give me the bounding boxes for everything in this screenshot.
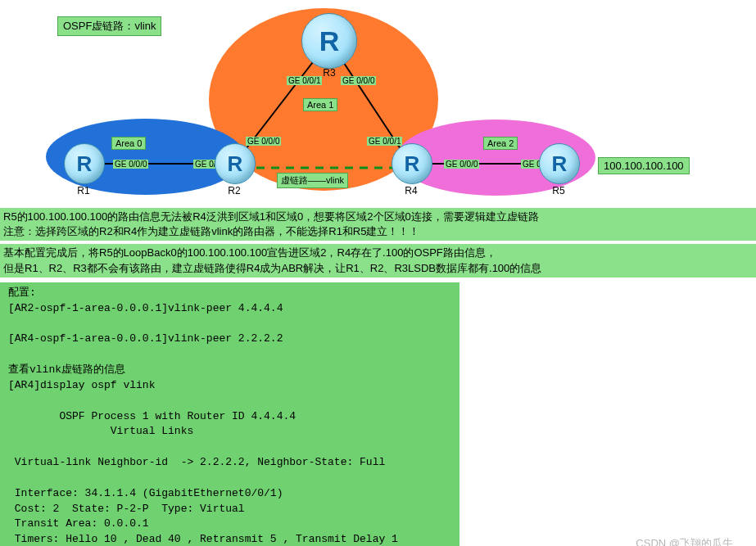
router-r4-icon: R	[392, 143, 432, 184]
diagram-title: OSPF虚链路：vlink	[57, 16, 161, 36]
router-r1-icon: R	[64, 143, 105, 184]
note1-line1: R5的100.100.100.100的路由信息无法被R4泛洪到区域1和区域0，想…	[3, 210, 539, 223]
router-r2-label: R2	[215, 185, 254, 196]
vlink-label: 虚链路——vlink	[277, 173, 348, 188]
note2-line2: 但是R1、R2、R3都不会有该路由，建立虚链路使得R4成为ABR解决，让R1、R…	[3, 262, 541, 274]
config-output: 配置: [AR2-ospf-1-area-0.0.0.1]vlink-peer …	[0, 282, 459, 546]
loopback-address: 100.100.100.100	[598, 157, 690, 174]
watermark: CSDN @飞翔的瓜牛	[636, 536, 733, 546]
router-r1-label: R1	[64, 185, 103, 196]
router-r4-label: R4	[392, 185, 431, 196]
note-block-1: R5的100.100.100.100的路由信息无法被R4泛洪到区域1和区域0，想…	[0, 208, 756, 241]
router-r5-icon: R	[539, 143, 580, 184]
router-r3-label: R3	[310, 67, 349, 79]
router-r2-icon: R	[215, 143, 256, 184]
port-r2-ne: GE 0/0/0	[246, 137, 281, 146]
port-r4-e: GE 0/0/0	[444, 160, 479, 169]
note-block-2: 基本配置完成后，将R5的LoopBack0的100.100.100.100宣告进…	[0, 244, 756, 277]
area2-label: Area 2	[483, 137, 518, 150]
router-r5-label: R5	[539, 185, 578, 196]
area0-label: Area 0	[111, 137, 146, 150]
port-r4-nw: GE 0/0/1	[367, 137, 402, 146]
network-diagram: OSPF虚链路：vlink Area 0 Area 1 Area 2 GE 0/…	[0, 0, 756, 205]
port-r1-e: GE 0/0/0	[113, 160, 148, 169]
router-r3-icon: R	[301, 13, 357, 69]
note2-line1: 基本配置完成后，将R5的LoopBack0的100.100.100.100宣告进…	[3, 246, 496, 259]
area1-label: Area 1	[303, 98, 337, 111]
note1-line2: 注意：选择跨区域的R2和R4作为建立虚链路vlink的路由器，不能选择R1和R5…	[3, 225, 419, 237]
